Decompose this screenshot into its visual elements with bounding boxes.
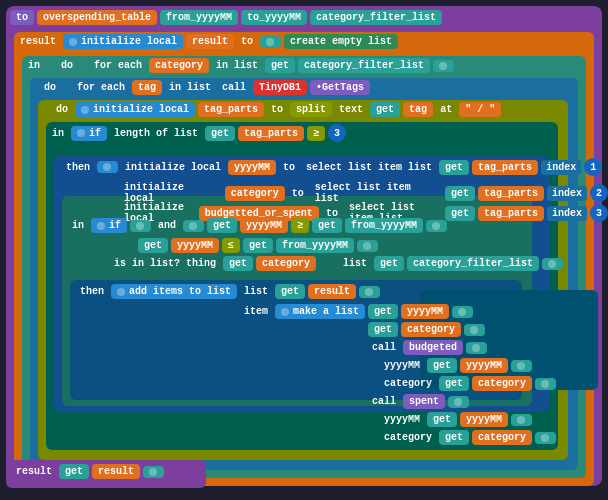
yyyymm-var-2[interactable]: yyyyMM <box>240 218 288 233</box>
get-block-20[interactable]: get <box>59 464 89 479</box>
category-filter-list-var[interactable]: category_filter_list <box>298 58 430 73</box>
init-result-row: result initialize local result to create… <box>16 34 398 49</box>
tag-parts-var-4[interactable]: tag_parts <box>478 186 544 201</box>
init-notch-block[interactable] <box>260 36 281 48</box>
result-footer-val[interactable]: result <box>92 464 140 479</box>
get-block-12[interactable]: get <box>374 256 404 271</box>
index-num-3[interactable]: 3 <box>590 204 608 222</box>
to-yyyymm-block[interactable]: to_yyyyMM <box>241 10 307 25</box>
category-var-3[interactable]: category <box>256 256 316 271</box>
get-block-10[interactable]: get <box>243 238 273 253</box>
category-item[interactable]: category <box>401 322 461 337</box>
if-block-1[interactable]: if <box>71 126 107 141</box>
teal-notch-1[interactable] <box>433 60 454 72</box>
get-block-9[interactable]: get <box>138 238 168 253</box>
tag-var-2[interactable]: tag <box>403 102 433 117</box>
is-in-list-label: is in list? thing <box>110 256 220 271</box>
get-block-3[interactable]: get <box>205 126 235 141</box>
and-notch-2[interactable] <box>183 220 204 232</box>
category-param-val[interactable]: category <box>472 376 532 391</box>
tag-parts-var-2[interactable]: tag_parts <box>238 126 304 141</box>
and-notch[interactable] <box>130 220 151 232</box>
teal-notch-8[interactable] <box>466 342 487 354</box>
teal-notch-12[interactable] <box>511 414 532 426</box>
teal-notch-11[interactable] <box>448 396 469 408</box>
to-label: to <box>237 34 257 49</box>
get-block-15[interactable]: get <box>368 322 398 337</box>
get-block-19[interactable]: get <box>439 430 469 445</box>
get-block-13[interactable]: get <box>275 284 305 299</box>
gettags-block[interactable]: •GetTags <box>310 80 370 95</box>
yyyymm-spent-val[interactable]: yyyyMM <box>460 412 508 427</box>
get-block-2[interactable]: get <box>370 102 400 117</box>
index-label-1: index <box>541 160 581 175</box>
yyyymm-var[interactable]: yyyyMM <box>228 160 276 175</box>
get-block-18[interactable]: get <box>427 412 457 427</box>
tag-parts-var-3[interactable]: tag_parts <box>472 160 538 175</box>
isinlist-row: is in list? thing get category list get … <box>110 256 563 271</box>
category-filter-list-block[interactable]: category_filter_list <box>310 10 442 25</box>
get-block-5[interactable]: get <box>445 186 475 201</box>
if-block-2[interactable]: if <box>91 218 127 233</box>
tag-var-block[interactable]: tag <box>132 80 162 95</box>
gte-block-2[interactable]: ≥ <box>291 218 309 233</box>
do-label-3: do <box>52 102 72 117</box>
budgeted-block[interactable]: budgeted <box>403 340 463 355</box>
yyyymm-item[interactable]: yyyyMM <box>401 304 449 319</box>
teal-notch-4[interactable] <box>542 258 563 270</box>
tag-parts-var[interactable]: tag_parts <box>198 102 264 117</box>
get-block-11[interactable]: get <box>223 256 253 271</box>
to-block[interactable]: to <box>10 10 34 25</box>
get-block-17[interactable]: get <box>439 376 469 391</box>
get-block-7[interactable]: get <box>207 218 237 233</box>
list-label-2: list <box>240 284 272 299</box>
teal-notch-10[interactable] <box>535 378 556 390</box>
split-block[interactable]: split <box>290 102 332 117</box>
tag-parts-var-5[interactable]: tag_parts <box>478 206 544 221</box>
make-a-list-block[interactable]: make a list <box>275 304 365 319</box>
teal-notch-14[interactable] <box>143 466 164 478</box>
foreach-category-row: in do for each category in list get cate… <box>24 58 454 73</box>
get-category-item-row: get category <box>368 322 485 337</box>
get-block-6[interactable]: get <box>445 206 475 221</box>
and-label: and <box>154 218 180 233</box>
category-var-2[interactable]: category <box>225 186 285 201</box>
lte-block[interactable]: ≤ <box>222 238 240 253</box>
tinydb1-block[interactable]: TinyDB1 <box>253 80 307 95</box>
from-yyyymm-block[interactable]: from_yyyyMM <box>160 10 238 25</box>
category-filter-list-var-2[interactable]: category_filter_list <box>407 256 539 271</box>
category-spent-val[interactable]: category <box>472 430 532 445</box>
teal-notch-2[interactable] <box>426 220 447 232</box>
teal-notch-3[interactable] <box>357 240 378 252</box>
teal-notch-9[interactable] <box>511 360 532 372</box>
init-local-block[interactable]: initialize local <box>63 34 183 49</box>
teal-notch-7[interactable] <box>464 324 485 336</box>
get-block-4[interactable]: get <box>439 160 469 175</box>
get-block-1[interactable]: get <box>265 58 295 73</box>
add-items-block[interactable]: add items to list <box>111 284 237 299</box>
gte-block-1[interactable]: ≥ <box>307 126 325 141</box>
spent-block[interactable]: spent <box>403 394 445 409</box>
call-budgeted-row: call budgeted <box>368 340 487 355</box>
teal-notch-5[interactable] <box>359 286 380 298</box>
from-yyyymm-var[interactable]: from_yyyyMM <box>345 218 423 233</box>
result-var-2[interactable]: result <box>308 284 356 299</box>
get-block-14[interactable]: get <box>368 304 398 319</box>
teal-notch-6[interactable] <box>452 306 473 318</box>
yyyymm-param-val[interactable]: yyyyMM <box>460 358 508 373</box>
yyyymm-lte-row: get yyyyMM ≤ get from_yyyyMM <box>138 238 378 253</box>
num3-block[interactable]: 3 <box>328 124 346 142</box>
yyyymm-var-3[interactable]: yyyyMM <box>171 238 219 253</box>
result-var-block[interactable]: result <box>186 34 234 49</box>
from-yyyymm-var-2[interactable]: from_yyyyMM <box>276 238 354 253</box>
category-var-block[interactable]: category <box>149 58 209 73</box>
create-empty-list-block[interactable]: create empty list <box>284 34 398 49</box>
get-block-8[interactable]: get <box>312 218 342 233</box>
index-num-1[interactable]: 1 <box>584 158 602 176</box>
init-local-2[interactable]: initialize local <box>75 102 195 117</box>
overspending-table-block[interactable]: overspending_table <box>37 10 157 25</box>
init-local-3[interactable] <box>97 161 118 173</box>
get-block-16[interactable]: get <box>427 358 457 373</box>
slash-block[interactable]: " / " <box>459 102 501 117</box>
teal-notch-13[interactable] <box>535 432 556 444</box>
